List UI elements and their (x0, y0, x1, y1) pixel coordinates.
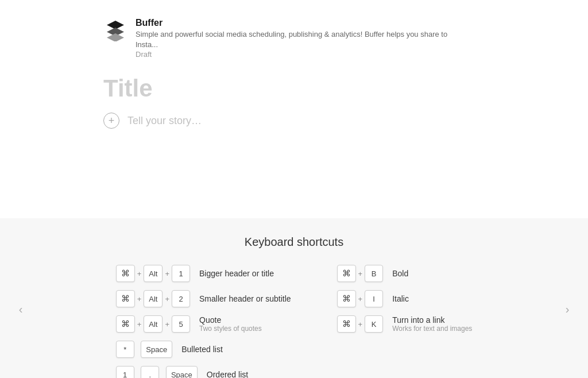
plus-sep: + (165, 320, 169, 329)
key-cmd: ⌘ (337, 290, 356, 307)
plus-sep: + (137, 320, 142, 329)
shortcut-row-h2: ⌘ + Alt + 2 Smaller header or subtitle (116, 290, 291, 307)
key-cmd: ⌘ (337, 265, 356, 282)
editor-body: + Tell your story… (103, 113, 485, 129)
app-status: Draft (136, 50, 457, 59)
shortcut-label-h2: Smaller header or subtitle (199, 294, 291, 303)
shortcut-label-quote: Quote Two styles of quotes (199, 315, 262, 333)
key-i: I (365, 290, 383, 307)
add-content-button[interactable]: + (103, 113, 119, 129)
space-sep (137, 371, 139, 379)
plus-sep: + (165, 295, 169, 303)
shortcuts-area: ‹ › Keyboard shortcuts ⌘ + Alt + 1 Bigge… (0, 218, 588, 378)
key-dot: . (141, 366, 159, 378)
key-space: Space (141, 341, 172, 358)
app-logo-icon (103, 17, 127, 41)
plus-sep: + (358, 295, 363, 303)
left-chevron-icon: ‹ (19, 303, 23, 316)
key-alt: Alt (144, 265, 163, 282)
shortcut-label-main: Bold (392, 269, 408, 278)
shortcut-row-h1: ⌘ + Alt + 1 Bigger header or title (116, 265, 291, 282)
key-asterisk: * (116, 341, 134, 358)
shortcut-label-main: Bigger header or title (199, 269, 274, 278)
shortcut-label-ordered: Ordered list (207, 370, 248, 378)
key-k: K (365, 315, 383, 333)
key-alt: Alt (144, 315, 163, 333)
shortcuts-left-column: ⌘ + Alt + 1 Bigger header or title ⌘ + A… (116, 265, 291, 378)
shortcut-row-bold: ⌘ + B Bold (337, 265, 473, 282)
key-cmd: ⌘ (337, 315, 356, 333)
app-info: Buffer Simple and powerful social media … (136, 17, 457, 59)
shortcuts-title: Keyboard shortcuts (57, 236, 531, 249)
key-cmd: ⌘ (116, 265, 135, 282)
shortcut-label-bullet: Bulleted list (181, 345, 223, 354)
plus-sep: + (137, 295, 142, 303)
editor-body-placeholder[interactable]: Tell your story… (127, 115, 202, 127)
key-1: 1 (172, 265, 190, 282)
prev-arrow-button[interactable]: ‹ (11, 300, 30, 319)
space-sep (161, 371, 164, 379)
shortcut-label-bold: Bold (392, 269, 408, 278)
shortcut-row-italic: ⌘ + I Italic (337, 290, 473, 307)
shortcut-label-main: Ordered list (207, 370, 248, 378)
editor-title-placeholder[interactable]: Title (103, 75, 485, 102)
shortcut-label-main: Quote (199, 315, 262, 325)
shortcut-label-sub: Works for text and images (392, 325, 472, 333)
shortcuts-right-column: ⌘ + B Bold ⌘ + I Italic ⌘ + K (337, 265, 473, 378)
plus-sep: + (358, 269, 363, 278)
shortcut-label-sub: Two styles of quotes (199, 325, 262, 333)
shortcuts-grid: ⌘ + Alt + 1 Bigger header or title ⌘ + A… (57, 265, 531, 378)
shortcut-label-main: Smaller header or subtitle (199, 294, 291, 303)
next-arrow-button[interactable]: › (558, 300, 577, 319)
shortcut-label-h1: Bigger header or title (199, 269, 274, 278)
plus-sep: + (165, 269, 169, 278)
shortcut-row-ordered: 1 . Space Ordered list (116, 366, 291, 378)
key-alt: Alt (144, 290, 163, 307)
space-sep (137, 345, 139, 354)
plus-sep: + (137, 269, 142, 278)
app-header: Buffer Simple and powerful social media … (103, 17, 485, 59)
key-5: 5 (172, 315, 190, 333)
shortcut-label-italic: Italic (392, 294, 409, 303)
key-cmd: ⌘ (116, 315, 135, 333)
key-space2: Space (166, 366, 198, 378)
shortcut-label-link: Turn into a link Works for text and imag… (392, 315, 472, 333)
key-b: B (365, 265, 383, 282)
right-chevron-icon: › (566, 303, 570, 316)
key-2: 2 (172, 290, 190, 307)
shortcut-row-bullet: * Space Bulleted list (116, 341, 291, 358)
key-cmd: ⌘ (116, 290, 135, 307)
app-description: Simple and powerful social media schedul… (136, 29, 457, 50)
shortcut-row-link: ⌘ + K Turn into a link Works for text an… (337, 315, 473, 333)
shortcut-label-main: Bulleted list (181, 345, 223, 354)
plus-sep: + (358, 320, 363, 329)
app-name: Buffer (136, 17, 457, 29)
shortcut-row-quote: ⌘ + Alt + 5 Quote Two styles of quotes (116, 315, 291, 333)
plus-icon: + (109, 115, 115, 126)
shortcut-label-main: Turn into a link (392, 315, 472, 325)
editor-area: Buffer Simple and powerful social media … (0, 0, 588, 218)
shortcut-label-main: Italic (392, 294, 409, 303)
svg-marker-2 (107, 33, 124, 41)
key-one: 1 (116, 366, 134, 378)
